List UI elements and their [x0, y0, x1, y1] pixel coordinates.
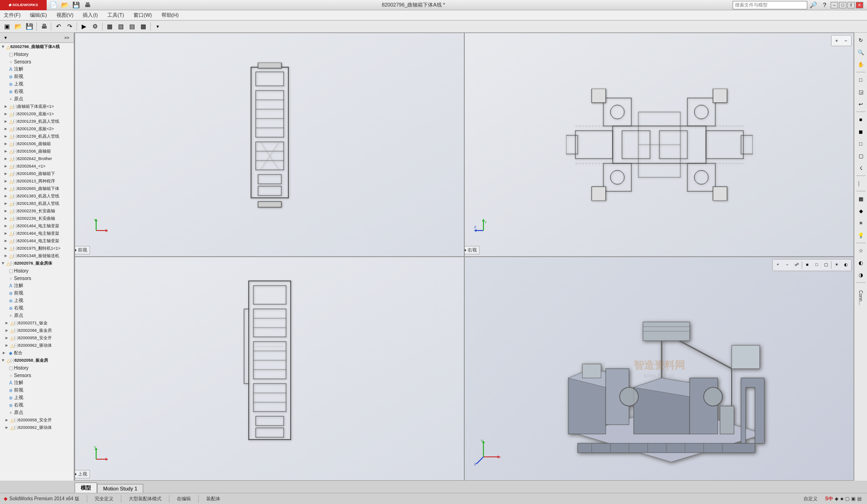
tree-part-14[interactable]: ► △ (-) 82001383_机器人管线	[0, 200, 74, 207]
minimize-btn[interactable]: –	[831, 2, 838, 8]
rt-prev-view[interactable]: ↩	[855, 98, 867, 110]
expand-icon[interactable]: ►	[5, 418, 10, 422]
tb-undo[interactable]: ↶	[53, 21, 63, 32]
tb-save[interactable]: 💾	[24, 21, 35, 32]
expand-icon[interactable]: ►	[4, 201, 9, 206]
tree-front-2[interactable]: ⊕ 前视	[0, 289, 74, 297]
menu-view[interactable]: 视图(V)	[55, 11, 76, 20]
expand-icon[interactable]: ▼	[1, 261, 7, 266]
tree-origin-1[interactable]: + 原点	[0, 95, 74, 103]
rt-shaded[interactable]: ■	[855, 114, 867, 125]
tree-part-13[interactable]: ► △ (-) 82001383_机器人管线	[0, 192, 74, 200]
rt-hidden-lines[interactable]: □	[855, 138, 867, 149]
viewport-3d[interactable]: 智造资料网 www.zzzl.cn X Y Z + − ☍ ■ □ ▢	[464, 257, 854, 481]
tree-sensors-3[interactable]: ○ Sensors	[0, 371, 74, 379]
rt-views[interactable]: ▩	[855, 193, 867, 204]
tree-part-12[interactable]: ► △ (-) 82002665_曲轴箱下体	[0, 185, 74, 192]
expand-icon[interactable]: ►	[5, 336, 10, 340]
expand-icon[interactable]: ▼	[1, 44, 7, 49]
expand-icon[interactable]: ►	[2, 350, 7, 355]
tree-part-23[interactable]: ► △ (-) 82002066_板金房	[0, 327, 74, 334]
expand-icon[interactable]: ►	[5, 321, 10, 325]
maximize-btn[interactable]: ⇧	[847, 2, 855, 8]
display-shaded-btn[interactable]: ■	[803, 260, 811, 269]
tree-part-6[interactable]: ► △ (-) 82001506_曲轴箱	[0, 140, 74, 147]
rt-shaded-only[interactable]: ◼	[855, 126, 867, 137]
quick-new-btn[interactable]: 📄	[49, 0, 59, 10]
tree-right-1[interactable]: ⊕ 右视	[0, 88, 74, 95]
rt-zoom-area[interactable]: ◲	[855, 86, 867, 98]
tree-notes-2[interactable]: A 注解	[0, 282, 74, 289]
tree-part-24[interactable]: ► △ (-) 82000958_安全开	[0, 334, 74, 342]
tree-history-3[interactable]: ▢ History	[0, 364, 74, 371]
tree-part-26[interactable]: ► △ (-) 82000958_安全开	[0, 416, 74, 424]
tree-sub-asm-1[interactable]: ▼ △ (-) 82002076_板金房体	[0, 259, 74, 267]
tb-view4[interactable]: ▩	[138, 21, 148, 32]
tree-root[interactable]: ▼ △ 82002796_曲轴箱下体A线	[0, 43, 74, 50]
menu-help[interactable]: 帮助(H)	[160, 11, 181, 20]
rt-pan[interactable]: ✋	[855, 59, 867, 70]
tree-part-4[interactable]: ► △ (-) 82001209_底板<2>	[0, 125, 74, 133]
tree-origin-2[interactable]: + 原点	[0, 312, 74, 319]
conn-panel-tab[interactable]: Conn...	[857, 288, 864, 307]
tree-part-3[interactable]: ► △ (-) 82001239_机器人管线	[0, 118, 74, 125]
tb-filter[interactable]: ▼	[153, 21, 163, 32]
expand-icon[interactable]: ►	[4, 224, 9, 228]
viewport-top[interactable]: X Y	[75, 257, 464, 481]
zoom-out-btn[interactable]: −	[842, 36, 850, 45]
menu-window[interactable]: 窗口(W)	[132, 11, 154, 20]
rt-realview[interactable]: ☆	[855, 245, 867, 256]
tree-part-7[interactable]: ► △ (-) 82001506_曲轴箱	[0, 147, 74, 155]
menu-file[interactable]: 文件(F)	[2, 11, 22, 20]
tb-redo[interactable]: ↷	[64, 21, 75, 32]
expand-icon[interactable]: ►	[5, 328, 10, 333]
expand-icon[interactable]: ►	[4, 171, 9, 176]
close-btn[interactable]: ✕	[856, 2, 863, 8]
realview-btn[interactable]: ☀	[832, 260, 841, 269]
rt-lights[interactable]: 💡	[855, 230, 867, 241]
expand-icon[interactable]: ►	[4, 186, 9, 191]
rt-rotate[interactable]: ↻	[855, 35, 867, 46]
zoom-in-3d-btn[interactable]: +	[774, 260, 782, 269]
rt-appearance[interactable]: ◆	[855, 205, 867, 217]
quick-open-btn[interactable]: 📂	[60, 0, 70, 10]
tb-new[interactable]: ▣	[2, 21, 12, 32]
quick-save-btn[interactable]: 💾	[71, 0, 81, 10]
tb-view2[interactable]: ▧	[116, 21, 126, 32]
tree-part-27[interactable]: ► △ (-) 82000962_驱动体	[0, 424, 74, 431]
expand-icon[interactable]: ►	[4, 104, 9, 109]
expand-icon[interactable]: ►	[4, 238, 9, 243]
menu-insert[interactable]: 插入(I)	[81, 11, 99, 20]
tree-mates[interactable]: ► ◆ 配合	[0, 349, 74, 357]
tb-options[interactable]: ⚙	[90, 21, 100, 32]
shadows-btn[interactable]: ◐	[842, 260, 850, 269]
expand-icon[interactable]: ►	[4, 231, 9, 236]
expand-icon[interactable]: ▼	[1, 358, 7, 363]
expand-icon[interactable]: ►	[4, 126, 9, 131]
expand-icon[interactable]: ►	[4, 134, 9, 139]
quick-print-btn[interactable]: 🖶	[82, 0, 92, 10]
tb-open[interactable]: 📂	[13, 21, 23, 32]
tree-part-18[interactable]: ► △ (-) 82001464_电主轴变架	[0, 230, 74, 237]
tree-part-8[interactable]: ► △ (-) 82002642_Brother	[0, 155, 74, 162]
tree-part-25[interactable]: ► △ (-) 82000962_驱动体	[0, 342, 74, 349]
menu-tools[interactable]: 工具(T)	[105, 11, 126, 20]
tab-motion-study[interactable]: Motion Study 1	[97, 484, 143, 493]
tb-view3[interactable]: ▤	[127, 21, 137, 32]
rt-shadows-floor[interactable]: ◐	[855, 257, 867, 268]
tree-part-5[interactable]: ► △ (-) 82001239_机器人管线	[0, 133, 74, 140]
viewport-right[interactable]: Z Y	[464, 33, 854, 257]
display-edges-btn[interactable]: ▢	[822, 260, 830, 269]
tree-part-15[interactable]: ► △ (-) 82002239_长安曲轴	[0, 207, 74, 215]
expand-icon[interactable]: ►	[4, 253, 9, 258]
expand-icon[interactable]: ►	[4, 112, 9, 116]
fit-3d-btn[interactable]: ☍	[792, 260, 801, 269]
tree-sub-asm-2[interactable]: ▼ △ (-) 82002058_板金房	[0, 357, 74, 364]
tree-part-19[interactable]: ► △ (-) 82001464_电主轴变架	[0, 237, 74, 245]
tree-part-10[interactable]: ► △ (-) 82001850_曲轴箱下	[0, 170, 74, 177]
tree-part-11[interactable]: ► △ (-) 82002613_两种程序	[0, 177, 74, 185]
menu-edit[interactable]: 编辑(E)	[28, 11, 49, 20]
tree-top-1[interactable]: ⊕ 上视	[0, 80, 74, 88]
display-wire-btn[interactable]: □	[812, 260, 821, 269]
tree-origin-3[interactable]: + 原点	[0, 409, 74, 416]
